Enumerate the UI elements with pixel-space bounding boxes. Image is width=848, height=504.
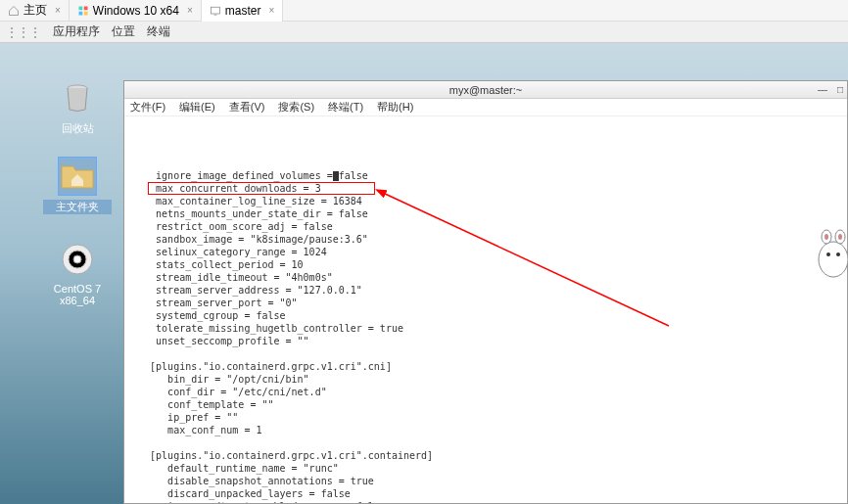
maximize-button[interactable]: □	[837, 84, 843, 95]
home-icon	[8, 5, 20, 17]
close-icon[interactable]: ×	[187, 5, 193, 16]
svg-rect-0	[78, 6, 82, 10]
trash-icon	[58, 78, 97, 117]
terminal-line: discard_unpacked_layers = false	[132, 487, 839, 500]
disc-icon	[58, 240, 97, 279]
annotation-highlight-box	[148, 182, 375, 195]
terminal-line: conf_template = ""	[132, 398, 839, 411]
icon-label: CentOS 7 x86_64	[43, 283, 112, 306]
terminal-content: ignore_image_defined_volumes =false max_…	[132, 169, 839, 503]
menu-help[interactable]: 帮助(H)	[377, 100, 413, 115]
terminal-line: default_runtime_name = "runc"	[132, 462, 839, 475]
terminal-line: systemd_cgroup = false	[132, 309, 839, 322]
icon-label: 主文件夹	[43, 200, 112, 214]
svg-point-16	[824, 234, 828, 240]
bookmark-terminal[interactable]: 终端	[147, 23, 170, 40]
tab-label: Windows 10 x64	[93, 4, 179, 18]
tab-master[interactable]: master ×	[202, 0, 284, 22]
cursor	[333, 171, 339, 181]
desktop-home-folder[interactable]: 主文件夹	[43, 157, 112, 214]
menu-file[interactable]: 文件(F)	[130, 100, 165, 115]
terminal-line	[132, 347, 839, 360]
desktop-trash[interactable]: 回收站	[43, 78, 112, 136]
terminal-line: netns_mounts_under_state_dir = false	[132, 207, 839, 220]
terminal-line: unset_seccomp_profile = ""	[132, 335, 839, 347]
svg-point-17	[838, 234, 842, 240]
apps-icon: ⋮⋮⋮	[6, 25, 41, 39]
terminal-line: selinux_category_range = 1024	[132, 246, 839, 258]
terminal-window: myx@master:~ — □ 文件(F) 编辑(E) 查看(V) 搜索(S)…	[123, 80, 848, 504]
bookmark-apps[interactable]: 应用程序	[53, 23, 100, 40]
bookmarks-bar: ⋮⋮⋮ 应用程序 位置 终端	[0, 22, 848, 43]
terminal-line: max_container_log_line_size = 16384	[132, 195, 839, 207]
terminal-line: stream_server_address = "127.0.0.1"	[132, 284, 839, 297]
windows-icon	[77, 5, 89, 17]
window-title: myx@master:~	[449, 84, 522, 96]
terminal-menubar: 文件(F) 编辑(E) 查看(V) 搜索(S) 终端(T) 帮助(H)	[124, 99, 847, 116]
terminal-line: restrict_oom_score_adj = false	[132, 220, 839, 233]
terminal-body[interactable]: ignore_image_defined_volumes =false max_…	[124, 116, 847, 503]
terminal-line: stream_idle_timeout = "4h0m0s"	[132, 271, 839, 284]
vm-icon	[210, 5, 221, 17]
terminal-line: tolerate_missing_hugetlb_controller = tr…	[132, 322, 839, 335]
tab-label: master	[225, 4, 261, 18]
terminal-line: [plugins."io.containerd.grpc.v1.cri".cni…	[132, 360, 839, 373]
window-titlebar[interactable]: myx@master:~ — □	[124, 81, 847, 99]
close-icon[interactable]: ×	[268, 5, 274, 16]
terminal-line: stream_server_port = "0"	[132, 297, 839, 309]
desktop-centos-disc[interactable]: CentOS 7 x86_64	[43, 240, 112, 306]
svg-rect-4	[211, 7, 219, 14]
terminal-line	[132, 436, 839, 449]
folder-icon	[58, 157, 97, 196]
terminal-line: bin_dir = "/opt/cni/bin"	[132, 373, 839, 386]
menu-view[interactable]: 查看(V)	[229, 100, 265, 115]
svg-point-11	[819, 242, 848, 277]
mascot-character[interactable]	[809, 225, 848, 284]
menu-edit[interactable]: 编辑(E)	[179, 100, 215, 115]
terminal-line: ignore_image_defined_volumes =false	[132, 169, 839, 182]
terminal-line: disable_snapshot_annotations = true	[132, 475, 839, 487]
terminal-line: sandbox_image = "k8simage/pause:3.6"	[132, 233, 839, 246]
svg-rect-3	[84, 11, 88, 15]
terminal-line: ignore_rdt_not_enabled_errors = false	[132, 500, 839, 503]
menu-terminal[interactable]: 终端(T)	[328, 100, 363, 115]
terminal-line: [plugins."io.containerd.grpc.v1.cri".con…	[132, 449, 839, 462]
terminal-line: max_conf_num = 1	[132, 424, 839, 436]
tab-home[interactable]: 主页 ×	[0, 0, 70, 22]
terminal-line: stats_collect_period = 10	[132, 258, 839, 271]
svg-rect-2	[78, 11, 82, 15]
svg-rect-1	[84, 6, 88, 10]
svg-rect-5	[213, 14, 216, 15]
icon-label: 回收站	[43, 121, 112, 136]
close-icon[interactable]: ×	[55, 5, 61, 16]
svg-point-13	[836, 252, 840, 256]
svg-point-12	[826, 252, 830, 256]
browser-tab-bar: 主页 × Windows 10 x64 × master ×	[0, 0, 848, 22]
terminal-line: ip_pref = ""	[132, 411, 839, 424]
minimize-button[interactable]: —	[818, 84, 827, 95]
tab-label: 主页	[24, 2, 47, 19]
bookmark-location[interactable]: 位置	[112, 23, 135, 40]
menu-search[interactable]: 搜索(S)	[278, 100, 314, 115]
terminal-line: conf_dir = "/etc/cni/net.d"	[132, 386, 839, 398]
tab-windows[interactable]: Windows 10 x64 ×	[70, 0, 202, 22]
svg-point-9	[73, 255, 81, 263]
